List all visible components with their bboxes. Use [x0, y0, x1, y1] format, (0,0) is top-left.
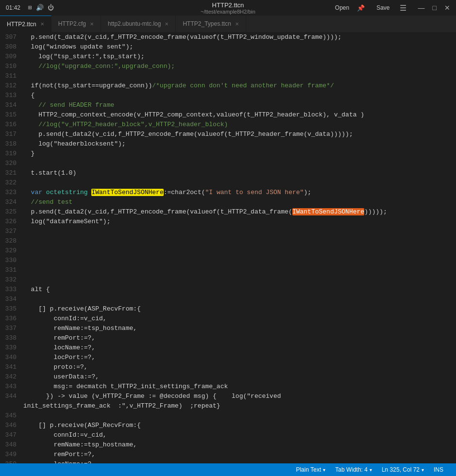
line-number: 309: [4, 52, 17, 62]
code-line: init_settings_frame_ack :",v_HTTP2_Frame…: [23, 401, 456, 411]
plain-text-label: Plain Text: [296, 466, 321, 473]
code-line: [23, 227, 456, 236]
tab-label: HTTP2.cfg: [58, 20, 86, 27]
code-line: connId:=v_cid,: [23, 314, 456, 324]
line-number: 316: [4, 120, 17, 130]
code-line: t.start(1.0): [23, 168, 456, 178]
code-line: log("tsp_start:",tsp_start);: [23, 52, 456, 62]
code-line: [23, 246, 456, 256]
code-line: }) -> value (v_HTTP2_Frame := @decoded m…: [23, 392, 456, 401]
code-line: msg:= decmatch t_HTTP2_init_settings_fra…: [23, 382, 456, 392]
code-line: p.send(t_data2(v_cid,f_HTTP2_encode_fram…: [23, 33, 456, 42]
save-button[interactable]: Save: [376, 4, 389, 11]
menu-icon[interactable]: ☰: [400, 3, 406, 13]
line-number: 334: [4, 295, 17, 304]
line-number: 330: [4, 256, 17, 265]
code-line: [23, 178, 456, 188]
plain-text-selector[interactable]: Plain Text ▾: [291, 463, 330, 476]
titlebar-left: 01:42 ⊞ 🔊 ⏻: [6, 4, 54, 12]
line-number: 341: [4, 362, 17, 372]
code-line: [23, 275, 456, 285]
tab-close-icon[interactable]: ✕: [235, 21, 239, 27]
code-line: log("headerblocksent");: [23, 139, 456, 149]
editor-area: 3073083093103113123133143153163173183193…: [0, 33, 456, 463]
line-number: 329: [4, 246, 17, 256]
code-line: connId:=v_cid,: [23, 430, 456, 440]
code-line: proto:=?,: [23, 362, 456, 372]
open-button[interactable]: Open: [335, 4, 349, 11]
line-number: 345: [4, 411, 17, 421]
maximize-button[interactable]: □: [433, 4, 437, 12]
code-line: remName:=tsp_hostname,: [23, 324, 456, 333]
code-line: [23, 159, 456, 168]
line-number: 310: [4, 62, 17, 71]
code-line: log("dataframeSent");: [23, 217, 456, 227]
line-number: 337: [4, 324, 17, 333]
line-number: 338: [4, 333, 17, 343]
line-number: 324: [4, 197, 17, 207]
code-line: [23, 256, 456, 265]
line-number: 343: [4, 382, 17, 392]
statusbar-items: Plain Text ▾ Tab Width: 4 ▾ Ln 325, Col …: [291, 463, 448, 476]
ins-indicator[interactable]: INS: [429, 463, 448, 476]
tab-label: HTTP2_Types.ttcn: [183, 20, 231, 27]
code-line: [23, 295, 456, 304]
code-line: HTTP2_comp_context_encode(v_HTTP2_comp_c…: [23, 110, 456, 120]
tab-http2-cfg[interactable]: HTTP2.cfg ✕: [51, 16, 101, 32]
line-number: 312: [4, 81, 17, 91]
line-number: 320: [4, 159, 17, 168]
code-line: locPort:=?,: [23, 353, 456, 362]
line-number: 308: [4, 42, 17, 52]
close-button[interactable]: ✕: [444, 4, 450, 12]
line-number: 307: [4, 33, 17, 42]
code-line: p.send(t_data2(v_cid,f_HTTP2_encode_fram…: [23, 130, 456, 139]
line-number: 333: [4, 285, 17, 295]
code-line: locName:=?,: [23, 343, 456, 353]
code-line: [] p.receive(ASP_RecvFrom:{: [23, 421, 456, 430]
line-number: 325: [4, 207, 17, 217]
line-number: 344: [4, 392, 17, 401]
statusbar: Plain Text ▾ Tab Width: 4 ▾ Ln 325, Col …: [0, 463, 456, 476]
tab-width-selector[interactable]: Tab Width: 4 ▾: [330, 463, 377, 476]
code-line: }: [23, 149, 456, 159]
tabbar: HTTP2.ttcn ✕ HTTP2.cfg ✕ http2.ubuntu-mt…: [0, 16, 456, 33]
line-number: 311: [4, 71, 17, 81]
line-numbers: 3073083093103113123133143153163173183193…: [0, 33, 20, 463]
line-number: 326: [4, 217, 17, 227]
code-line: remPort:=?,: [23, 450, 456, 460]
code-content[interactable]: p.send(t_data2(v_cid,f_HTTP2_encode_fram…: [20, 33, 456, 463]
sound-icon: 🔊: [36, 4, 44, 12]
line-number: 315: [4, 110, 17, 120]
tab-http2-log[interactable]: http2.ubuntu-mtc.log ✕: [101, 16, 176, 32]
tab-http2-ttcn[interactable]: HTTP2.ttcn ✕: [0, 16, 51, 32]
code-line: //log("upgrade_conn:",upgrade_conn);: [23, 62, 456, 71]
tab-close-icon[interactable]: ✕: [165, 21, 169, 27]
code-line: //send test: [23, 197, 456, 207]
code-line: var octetstring IWantToSendJSONHere:=cha…: [23, 188, 456, 197]
minimize-button[interactable]: —: [418, 4, 425, 12]
code-line: remName:=tsp_hostname,: [23, 440, 456, 450]
line-number: 313: [4, 91, 17, 100]
pin-icon[interactable]: 📌: [357, 4, 365, 12]
code-line: //log("v_HTTP2_header_block",v_HTTP2_hea…: [23, 120, 456, 130]
code-line: userData:=?,: [23, 372, 456, 382]
line-number: 347: [4, 430, 17, 440]
code-line: [23, 265, 456, 275]
line-number: 322: [4, 178, 17, 188]
line-number: 336: [4, 314, 17, 324]
tab-http2-types[interactable]: HTTP2_Types.ttcn ✕: [176, 16, 246, 32]
line-number: 314: [4, 100, 17, 110]
code-line: [23, 236, 456, 246]
line-number: 339: [4, 343, 17, 353]
code-line: alt {: [23, 285, 456, 295]
tab-close-icon[interactable]: ✕: [40, 21, 44, 27]
tab-close-icon[interactable]: ✕: [90, 21, 94, 27]
titlebar: 01:42 ⊞ 🔊 ⏻ HTTP2.ttcn ~/ttest/example8H…: [0, 0, 456, 16]
code-line: remPort:=?,: [23, 333, 456, 343]
ins-label: INS: [434, 466, 443, 473]
tab-label: http2.ubuntu-mtc.log: [108, 20, 161, 27]
power-icon: ⏻: [48, 4, 54, 12]
line-number: 350: [4, 460, 17, 463]
position-indicator[interactable]: Ln 325, Col 72 ▾: [377, 463, 429, 476]
line-number: 335: [4, 304, 17, 314]
